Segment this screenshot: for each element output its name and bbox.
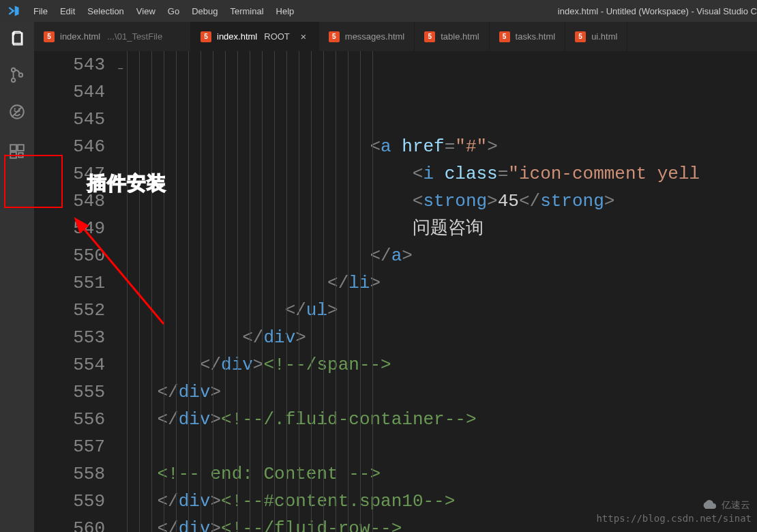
- code-editor[interactable]: 5435445455465475485495505515525535545555…: [34, 51, 757, 532]
- line-number-gutter: 5435445455465475485495505515525535545555…: [34, 51, 115, 532]
- svg-point-2: [19, 73, 23, 76]
- tab-index-testfile[interactable]: 5 index.html ...\01_TestFile: [34, 22, 191, 51]
- menu-file[interactable]: File: [27, 2, 54, 20]
- code-line[interactable]: <a href="#">: [115, 133, 757, 160]
- tab-label: index.html: [217, 31, 257, 42]
- code-line[interactable]: </li>: [115, 269, 757, 297]
- tab-tasks[interactable]: 5 tasks.html: [490, 22, 566, 51]
- html-file-icon: 5: [329, 31, 340, 42]
- tab-label: ui.html: [591, 31, 617, 42]
- svg-rect-6: [18, 145, 24, 151]
- menu-debug[interactable]: Debug: [185, 2, 224, 20]
- menu-selection[interactable]: Selection: [81, 2, 130, 20]
- menu-go[interactable]: Go: [162, 2, 185, 20]
- line-number: 558: [34, 460, 105, 488]
- tab-label: messages.html: [345, 31, 404, 42]
- svg-rect-5: [10, 145, 16, 151]
- debug-disabled-icon[interactable]: [8, 102, 27, 121]
- annotation-label: 插件安装: [87, 171, 166, 196]
- vscode-logo-icon: [0, 4, 27, 18]
- activity-bar: [0, 22, 34, 532]
- svg-point-1: [12, 78, 15, 82]
- tab-ui[interactable]: 5 ui.html: [565, 22, 627, 51]
- editor-tabs: 5 index.html ...\01_TestFile 5 index.htm…: [34, 22, 757, 51]
- svg-rect-8: [18, 153, 23, 158]
- line-number: 554: [34, 351, 105, 379]
- svg-point-0: [12, 68, 15, 72]
- tab-label: tasks.html: [516, 31, 556, 42]
- code-line[interactable]: <i class="icon-comment yell: [115, 160, 757, 188]
- line-number: 555: [34, 379, 105, 406]
- tab-label: index.html: [60, 31, 100, 42]
- code-line[interactable]: </ul>: [115, 297, 757, 324]
- code-line[interactable]: </div>: [115, 324, 757, 351]
- menu-terminal[interactable]: Terminal: [224, 2, 269, 20]
- window-title: index.html - Untitled (Workspace) - Visu…: [558, 6, 757, 16]
- menu-help[interactable]: Help: [270, 2, 301, 20]
- html-file-icon: 5: [201, 31, 211, 42]
- title-bar: File Edit Selection View Go Debug Termin…: [0, 0, 757, 22]
- code-line[interactable]: <strong>45</strong>: [115, 188, 757, 215]
- code-line[interactable]: </div><!--/span-->: [115, 351, 757, 379]
- html-file-icon: 5: [499, 31, 510, 42]
- line-number: 546: [34, 133, 105, 160]
- html-file-icon: 5: [44, 31, 55, 42]
- code-line[interactable]: [115, 433, 757, 460]
- tab-path: ...\01_TestFile: [107, 31, 162, 42]
- line-number: 552: [34, 297, 105, 324]
- svg-rect-7: [10, 152, 16, 158]
- html-file-icon: 5: [424, 31, 435, 42]
- html-file-icon: 5: [575, 31, 586, 42]
- code-lines[interactable]: <a href="#"> <i class="icon-comment yell…: [115, 51, 757, 532]
- watermark-url: https://blog.csdn.net/sinat: [596, 513, 752, 524]
- line-number: 543: [34, 51, 105, 78]
- menu-edit[interactable]: Edit: [54, 2, 81, 20]
- line-number: 553: [34, 324, 105, 351]
- editor-area: 5 index.html ...\01_TestFile 5 index.htm…: [34, 22, 757, 532]
- line-number: 559: [34, 488, 105, 515]
- line-number: 549: [34, 215, 105, 242]
- tab-label: table.html: [441, 31, 479, 42]
- line-number: 556: [34, 406, 105, 433]
- tab-messages[interactable]: 5 messages.html: [319, 22, 415, 51]
- line-number: 544: [34, 78, 105, 106]
- code-line[interactable]: </div>: [115, 379, 757, 406]
- line-number: 550: [34, 242, 105, 269]
- code-line[interactable]: </a>: [115, 242, 757, 269]
- tab-path: ROOT: [264, 31, 290, 42]
- code-line[interactable]: </div><!--#content.span10-->: [115, 488, 757, 515]
- line-number: 560: [34, 515, 105, 532]
- extensions-icon[interactable]: [8, 142, 27, 161]
- line-number: 551: [34, 269, 105, 297]
- menu-bar: File Edit Selection View Go Debug Termin…: [27, 2, 300, 20]
- code-line[interactable]: 问题咨询: [115, 215, 757, 242]
- tab-index-root[interactable]: 5 index.html ROOT ×: [191, 22, 319, 51]
- code-line[interactable]: <!-- end: Content -->: [115, 460, 757, 488]
- scm-icon[interactable]: [8, 65, 27, 85]
- watermark-brand: 亿速云: [701, 499, 750, 512]
- tab-table[interactable]: 5 table.html: [415, 22, 489, 51]
- code-line[interactable]: </div><!--/.fluid-container-->: [115, 406, 757, 433]
- line-number: 557: [34, 433, 105, 460]
- line-number: 545: [34, 106, 105, 133]
- menu-view[interactable]: View: [130, 2, 162, 20]
- close-icon[interactable]: ×: [298, 31, 309, 42]
- explorer-icon[interactable]: [8, 29, 27, 48]
